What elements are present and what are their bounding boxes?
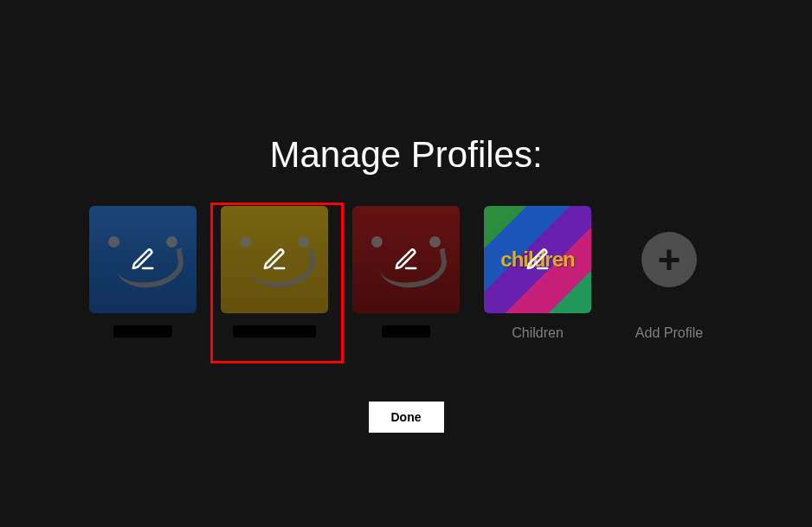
profile-card-children[interactable]: children Children (484, 206, 591, 341)
profile-card[interactable] (352, 206, 460, 337)
pencil-icon (130, 247, 156, 273)
profile-avatar (89, 206, 197, 313)
done-button[interactable]: Done (369, 402, 444, 433)
profile-avatar: children (484, 206, 591, 313)
add-circle: + (641, 232, 697, 287)
profile-card[interactable] (89, 206, 197, 337)
add-profile-label: Add Profile (635, 325, 703, 341)
profile-avatar (352, 206, 460, 313)
pencil-icon (261, 247, 287, 273)
edit-overlay (484, 206, 591, 313)
add-profile-button[interactable]: + Add Profile (615, 206, 723, 341)
edit-overlay (89, 206, 197, 313)
profile-name (233, 325, 316, 337)
manage-profiles-screen: Manage Profiles: (0, 0, 812, 527)
page-title: Manage Profiles: (269, 134, 542, 176)
pencil-icon (525, 247, 551, 273)
profile-name (382, 325, 430, 337)
plus-icon: + (658, 240, 681, 280)
profiles-row: children Children + Add Profile (89, 206, 723, 341)
profile-card[interactable] (221, 206, 328, 337)
pencil-icon (393, 247, 419, 273)
edit-overlay (221, 206, 328, 313)
edit-overlay (352, 206, 460, 313)
profile-name: Children (512, 325, 564, 341)
profile-avatar (221, 206, 328, 313)
profile-name (113, 325, 172, 337)
